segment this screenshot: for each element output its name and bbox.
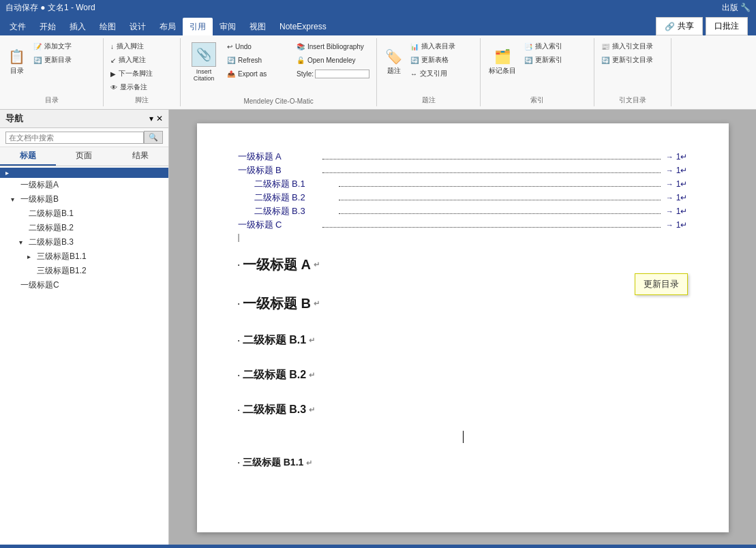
update-table-icon: 🔄 (410, 57, 419, 64)
insert-bib-icon: 📚 (297, 43, 305, 50)
heading-h2b2-text: 二级标题 B.2 (243, 368, 306, 382)
btn-add-text[interactable]: 📝 添加文字 (31, 40, 99, 53)
cross-ref-label: 交叉引用 (420, 69, 447, 78)
tof-label: 插入表目录 (421, 42, 455, 51)
toc-line-h1b: 一级标题 B → 1↵ (238, 164, 688, 177)
tab-review[interactable]: 审阅 (213, 18, 243, 35)
share-button[interactable]: 🔗 共享 (656, 17, 703, 35)
refresh-icon: 🔄 (227, 57, 235, 64)
group-mulu-label: 目录 (45, 94, 59, 105)
tree-expand-h3b11[interactable]: ▸ (27, 253, 34, 260)
tree-item-h2b1[interactable]: 二级标题B.1 (0, 207, 168, 221)
btn-insert-suoyin[interactable]: 📑 插入索引 (521, 40, 590, 53)
toc-page-h1c: 1↵ (676, 220, 688, 230)
toc-page-h1a: 1↵ (676, 152, 688, 162)
tab-file[interactable]: 文件 (3, 18, 33, 35)
title-bar-right: 出版 🔧 (722, 2, 751, 14)
tree-item-h3b11[interactable]: ▸ 三级标题B1.1 (0, 249, 168, 264)
group-jiaozhu-content: ↓ 插入脚注 ↙ 插入尾注 ▶ 下一条脚注 👁 显示备注 (108, 40, 176, 94)
btn-insert-yinwenmu[interactable]: 📰 插入引文目录 (599, 40, 667, 53)
style-label: Style: (297, 70, 314, 78)
btn-update-yinwenmu[interactable]: 🔄 更新引文目录 (599, 53, 667, 67)
tree-label-h2b3: 二级标题B.3 (29, 237, 74, 248)
heading-h3b11-text: 三级标题 B1.1 (243, 457, 303, 469)
heading-h3b11: · 三级标题 B1.1 ↵ (238, 457, 688, 469)
nav-header: 导航 ▾ ✕ (0, 110, 168, 128)
tab-home[interactable]: 开始 (33, 18, 63, 35)
nav-panel: 导航 ▾ ✕ 🔍 标题 页面 结果 ▸ 一级标题A (0, 110, 169, 545)
tab-references[interactable]: 引用 (183, 18, 213, 35)
insert-yinwenmu-label: 插入引文目录 (612, 42, 653, 51)
nav-title: 导航 (5, 112, 23, 125)
nav-tab-heading[interactable]: 标题 (0, 147, 56, 166)
nav-search-btn[interactable]: 🔍 (144, 131, 163, 144)
yinwenmu-small-group: 📰 插入引文目录 🔄 更新引文目录 (599, 40, 667, 67)
tab-design[interactable]: 设计 (123, 18, 153, 35)
btn-update-suoyin[interactable]: 🔄 更新索引 (521, 53, 590, 67)
btn-insert-citation[interactable]: 📎 InsertCitation (185, 40, 223, 85)
title-bar-right-text: 出版 🔧 (722, 2, 751, 14)
group-zhujie-content: 🏷️ 题注 📊 插入表目录 🔄 更新表格 ↔ 交叉引用 (381, 40, 476, 94)
btn-biaoji[interactable]: 🗂️ 标记条目 (485, 40, 520, 85)
style-selector[interactable]: Style: (294, 67, 372, 80)
nav-menu-icon[interactable]: ▾ (149, 114, 153, 123)
next-jiaozhu-label: 下一条脚注 (119, 69, 153, 78)
tab-view[interactable]: 视图 (243, 18, 273, 35)
toc-dots-h2b3 (339, 213, 661, 214)
nav-search-input[interactable] (5, 132, 144, 144)
tree-expand-h2b3[interactable]: ▾ (19, 239, 26, 246)
update-toc-tooltip[interactable]: 更新目录 (635, 273, 688, 295)
update-mulu-label: 更新目录 (44, 55, 72, 65)
comment-button[interactable]: 口批注 (706, 17, 748, 35)
tree-label-h2b2: 二级标题B.2 (29, 222, 74, 234)
tab-draw[interactable]: 绘图 (93, 18, 123, 35)
btn-update-mulu[interactable]: 🔄 更新目录 (31, 53, 99, 67)
tree-item-top[interactable]: ▸ (0, 168, 168, 178)
dot-marker-h1b: · (238, 299, 240, 309)
nav-close-icon[interactable]: ✕ (156, 114, 163, 123)
btn-show-beizhus[interactable]: 👁 显示备注 (108, 80, 176, 94)
tree-item-h1b[interactable]: ▾ 一级标题B (0, 192, 168, 207)
btn-update-table[interactable]: 🔄 更新表格 (408, 53, 476, 67)
btn-insert-zhujie[interactable]: 🏷️ 题注 (381, 40, 406, 85)
btn-insert-bibliography[interactable]: 📚 Insert Bibliography (294, 40, 372, 53)
group-mendeley-content: 📎 InsertCitation ↩ Undo 🔄 Refresh � (185, 40, 372, 96)
btn-open-mendeley[interactable]: 🔓 Open Mendeley (294, 53, 372, 67)
tree-item-h1c[interactable]: 一级标题C (0, 278, 168, 292)
toc-line-h1a: 一级标题 A → 1↵ (238, 151, 688, 163)
insert-yinwenmu-icon: 📰 (601, 43, 609, 50)
zhujie-icon: 🏷️ (385, 48, 402, 65)
btn-insert-weizhu[interactable]: ↙ 插入尾注 (108, 53, 176, 67)
btn-insert-table-of-figs[interactable]: 📊 插入表目录 (408, 40, 476, 53)
update-yinwenmu-label: 更新引文目录 (612, 55, 653, 65)
toc-text-h1a: 一级标题 A (238, 151, 320, 163)
doc-area[interactable]: 一级标题 A → 1↵ 一级标题 B → 1↵ 二级标题 B.1 → 1↵ (169, 110, 756, 545)
btn-insert-jiaozhu[interactable]: ↓ 插入脚注 (108, 40, 176, 53)
tab-noteexpress[interactable]: NoteExpress (273, 18, 333, 35)
btn-refresh[interactable]: 🔄 Refresh (224, 53, 292, 67)
btn-export[interactable]: 📤 Export as (224, 67, 292, 80)
zhujie-label: 题注 (387, 66, 401, 76)
undo-icon: ↩ (227, 43, 232, 50)
tree-label-h1b: 一级标题B (20, 194, 59, 205)
btn-next-jiaozhu[interactable]: ▶ 下一条脚注 (108, 67, 176, 80)
export-label: Export as (238, 70, 267, 78)
para-mark-h3b11: ↵ (306, 459, 312, 468)
tree-item-h3b12[interactable]: 三级标题B1.2 (0, 264, 168, 278)
ribbon-tabs: 文件 开始 插入 绘图 设计 布局 引用 审阅 视图 NoteExpress 🔗… (0, 15, 756, 35)
tree-item-h1a[interactable]: 一级标题A (0, 178, 168, 192)
tab-layout[interactable]: 布局 (153, 18, 183, 35)
nav-tab-page[interactable]: 页面 (56, 147, 112, 166)
btn-cross-ref[interactable]: ↔ 交叉引用 (408, 67, 476, 80)
mulu-small-group: 📝 添加文字 🔄 更新目录 (31, 40, 99, 67)
nav-tab-result[interactable]: 结果 (112, 147, 168, 166)
btn-mulu[interactable]: 📋 目录 (4, 40, 29, 85)
tree-expand-h1b[interactable]: ▾ (11, 196, 18, 203)
tree-item-h2b2[interactable]: 二级标题B.2 (0, 221, 168, 235)
btn-undo[interactable]: ↩ Undo (224, 40, 292, 53)
doc-page: 一级标题 A → 1↵ 一级标题 B → 1↵ 二级标题 B.1 → 1↵ (197, 123, 729, 532)
tree-item-h2b3[interactable]: ▾ 二级标题B.3 (0, 235, 168, 249)
tab-insert[interactable]: 插入 (63, 18, 93, 35)
ribbon: 文件 开始 插入 绘图 设计 布局 引用 审阅 视图 NoteExpress 🔗… (0, 15, 756, 110)
style-input[interactable] (315, 70, 369, 78)
